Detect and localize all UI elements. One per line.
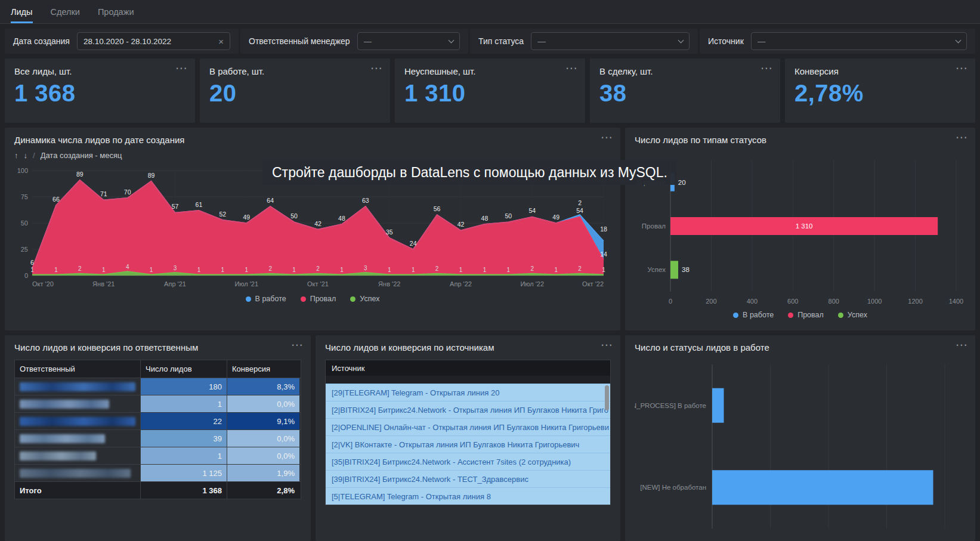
data-label: 1 [197, 267, 201, 273]
panel-menu-icon[interactable]: ⋯ [956, 131, 968, 143]
legend-dot-icon [838, 313, 843, 318]
axis-label: 100 [17, 167, 28, 174]
breadcrumb[interactable]: Дата создания - месяц [41, 151, 122, 160]
top-navigation: Лиды Сделки Продажи [0, 0, 980, 24]
legend-label: Провал [310, 295, 336, 303]
axis-label: Апр '22 [450, 280, 472, 287]
table-cell: 22 [140, 413, 227, 429]
source-row[interactable]: [2|OPENLINE] Онлайн-чат - Открытая линия… [326, 418, 610, 435]
scrollbar-thumb[interactable] [605, 385, 609, 410]
data-label: 49 [552, 214, 559, 221]
table-header-row: Источник [326, 360, 610, 376]
panel-leads-dynamics: ⋯ Динамика числа лидов по дате создания … [5, 128, 620, 330]
chevron-down-icon [956, 38, 962, 44]
date-range-input[interactable]: 28.10.2020 - 28.10.2022 × [77, 32, 230, 50]
axis-label: 50 [21, 220, 28, 227]
manager-filter-label: Ответственный менеджер [249, 36, 350, 46]
data-label: 42 [314, 220, 321, 227]
panel-menu-icon[interactable]: ⋯ [601, 131, 613, 143]
kpi-label: Все лиды, шт. [14, 66, 186, 76]
kpi-value: 38 [599, 80, 771, 107]
legend-item-0[interactable]: В работе [246, 295, 286, 303]
source-row[interactable]: [2|BITRIX24] Битрикс24.Network - Открыта… [326, 401, 610, 418]
bar-1[interactable] [712, 470, 933, 505]
kpi-value: 1 368 [14, 80, 186, 107]
axis-label: 800 [828, 298, 839, 305]
panel-menu-icon[interactable]: ⋯ [760, 62, 773, 74]
source-row[interactable]: [2|VK] ВКонтакте - Открытая линия ИП Бул… [326, 435, 610, 453]
axis-label: 400 [747, 298, 758, 305]
table-row[interactable]: 390,0% [15, 429, 301, 447]
charts-row: ⋯ Динамика числа лидов по дате создания … [5, 128, 975, 330]
legend-item-2[interactable]: Успех [350, 295, 379, 303]
table-cell: Конверсия [227, 360, 299, 378]
table-row[interactable]: 229,1% [15, 412, 301, 429]
tab-deals[interactable]: Сделки [51, 0, 80, 23]
axis-label: 600 [787, 298, 798, 305]
panel-menu-icon[interactable]: ⋯ [565, 62, 578, 74]
managers-table: ОтветственныйЧисло лидовКонверсия1808,3%… [14, 360, 301, 499]
data-label: 1 [30, 267, 34, 273]
category-label: [NEW] Не обработан [640, 484, 706, 491]
tab-leads[interactable]: Лиды [11, 0, 33, 23]
status-select-value: — [537, 37, 674, 46]
panel-menu-icon[interactable]: ⋯ [175, 62, 188, 74]
clear-icon[interactable]: × [218, 37, 224, 46]
source-row[interactable]: [39|BITRIX24] Битрикс24.Network - ТЕСТ_З… [326, 470, 610, 487]
source-select[interactable]: — [751, 32, 967, 50]
legend-item-0[interactable]: В работе [733, 311, 774, 319]
legend-label: Провал [797, 311, 824, 319]
table-cell: 1 368 [140, 482, 227, 499]
table-cell [15, 395, 140, 412]
source-row[interactable]: [29|TELEGRAM] Telegram - Открытая линия … [326, 384, 610, 401]
bar-0[interactable] [712, 388, 724, 423]
redacted-name [20, 469, 131, 478]
data-label: 54 [576, 207, 583, 214]
category-label: Провал [642, 222, 666, 230]
legend-item-1[interactable]: Провал [788, 311, 824, 319]
table-row[interactable]: 1808,3% [15, 378, 301, 395]
status-select[interactable]: — [531, 32, 690, 50]
data-label: 14 [600, 251, 607, 258]
redacted-name [20, 400, 109, 409]
table-row[interactable]: 10,0% [15, 395, 301, 412]
source-row[interactable]: [5|TELEGRAM] Telegram - Открытая линия 8 [326, 487, 610, 505]
panel-menu-icon[interactable]: ⋯ [956, 62, 968, 74]
data-label: 50 [505, 212, 512, 220]
breadcrumb-separator: / [33, 151, 35, 160]
panel-menu-icon[interactable]: ⋯ [956, 339, 968, 351]
legend-item-2[interactable]: Успех [838, 311, 867, 319]
legend-label: В работе [743, 311, 774, 319]
filter-status-type: Тип статуса — [470, 29, 698, 54]
data-label: 20 [678, 179, 686, 186]
table-cell: 180 [140, 378, 227, 395]
legend-label: В работе [255, 295, 286, 303]
data-label: 56 [434, 205, 441, 212]
redacted-name [20, 382, 135, 391]
manager-select[interactable]: — [357, 32, 460, 50]
status-bar-chart: 0200400600800100012001400В работе20Прова… [635, 153, 966, 307]
kpi-row: ⋯ Все лиды, шт. 1 368 ⋯ В работе, шт. 20… [5, 58, 975, 123]
table-row[interactable]: 1 1251,9% [15, 464, 301, 481]
table-total-row: Итого1 3682,8% [15, 481, 301, 499]
tab-sales[interactable]: Продажи [98, 0, 134, 23]
legend-dot-icon [350, 296, 355, 302]
axis-label: Янв '22 [378, 280, 400, 287]
legend-item-1[interactable]: Провал [301, 295, 336, 303]
legend-label: Успех [360, 295, 379, 303]
table-cell [15, 413, 140, 429]
data-label: 1 [292, 267, 296, 273]
sort-asc-icon[interactable]: ↑ [14, 151, 18, 160]
panel-menu-icon[interactable]: ⋯ [291, 339, 304, 351]
bar-2[interactable] [670, 261, 678, 279]
sort-desc-icon[interactable]: ↓ [24, 151, 28, 160]
source-row[interactable]: [35|BITRIX24] Битрикс24.Network - Ассист… [326, 453, 610, 470]
table-row[interactable]: 10,0% [15, 447, 301, 464]
panel-title: Число лидов и конверсия по ответственным [14, 342, 301, 353]
date-range-value: 28.10.2020 - 28.10.2022 [84, 37, 214, 46]
panel-menu-icon[interactable]: ⋯ [370, 62, 383, 74]
data-label: 89 [148, 172, 155, 179]
data-label: 38 [682, 266, 690, 273]
kpi-failed: ⋯ Неуспешные, шт. 1 310 [395, 58, 585, 123]
panel-menu-icon[interactable]: ⋯ [601, 339, 613, 351]
